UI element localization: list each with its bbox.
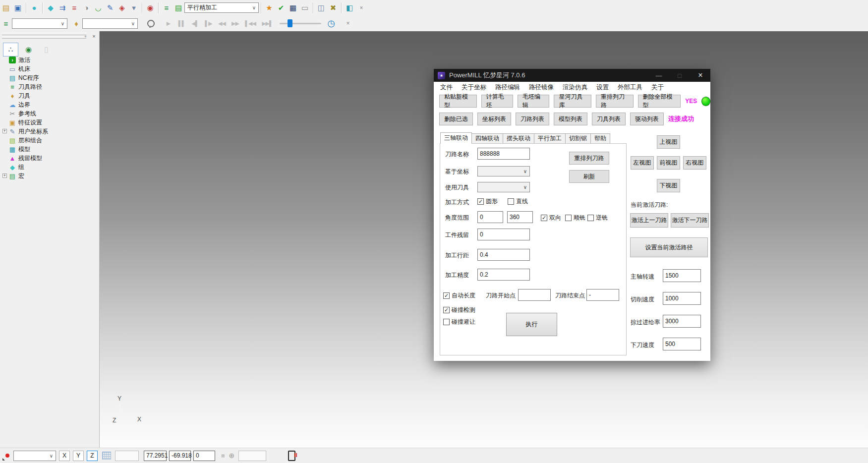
spindle-speed-input[interactable]: 1500 [663,269,701,282]
create-toolpath-icon[interactable]: ⇉ [57,2,68,14]
tool-library-button[interactable]: 星河刀具库 [554,95,591,108]
menu-path-mirror[interactable]: 路径镜像 [524,83,558,92]
delete-all-models-button[interactable]: 删除全部模型 [638,95,681,108]
boundary-icon[interactable]: ◡ [92,2,104,14]
wrench-pair-icon[interactable]: ◫ [315,2,327,14]
toolbar-close-icon[interactable]: × [355,2,367,14]
angle-to-input[interactable]: 360 [507,211,533,223]
block-edit-button[interactable]: 毛坯编辑 [518,95,549,108]
tree-item-reference-lines[interactable]: ✂ 参考线 [2,109,98,118]
tool-block-icon[interactable]: ▾ [128,2,140,14]
stepover-input[interactable]: 0.4 [477,249,530,261]
tree-item-models[interactable]: ▦ 模型 [2,145,98,154]
view-left-button[interactable]: 左视图 [631,156,654,170]
xyz-list-icon[interactable]: ≡ [221,452,225,460]
panel-gripper[interactable] [2,36,86,39]
tool-sphere-icon[interactable]: ◑ [80,2,92,14]
curve-editor-icon[interactable]: ✎ [104,2,116,14]
rearrange-button[interactable]: 重排列刀路 [569,152,609,165]
calc-block-button[interactable]: 计算毛坯 [481,95,513,108]
slider-thumb[interactable] [288,19,292,27]
toolpath-name-input[interactable]: 888888 [477,148,530,160]
save-icon[interactable]: ▣ [12,2,24,14]
pattern-icon[interactable]: ≡ [68,2,80,14]
go-to-end-button[interactable]: ▶▶▌ [259,17,276,29]
start-point-input[interactable] [518,289,551,301]
mode-line-checkbox[interactable]: 直线 [508,197,528,206]
minimize-button[interactable]: — [651,69,667,82]
grid-toggle-button[interactable] [101,451,113,461]
strategy-combobox[interactable]: 平行精加工 ∨ [184,2,259,13]
maximize-button[interactable]: □ [672,69,688,82]
tree-item-toolpaths[interactable]: ≡ 刀具路径 [2,82,98,91]
sim-toolpath-icon[interactable]: ≡ [0,17,12,29]
delete-selected-button[interactable]: 删除已选 [439,113,473,125]
activate-prev-toolpath-button[interactable]: 激活上一刀路 [630,213,668,228]
points-icon[interactable]: ◈ [116,2,128,14]
grid-size-field[interactable] [115,451,139,461]
expander-plus-icon[interactable]: + [2,129,7,133]
cutting-feed-input[interactable]: 1000 [663,292,701,305]
axis-x-button[interactable]: X [59,451,70,461]
clock-icon[interactable]: ◷ [325,17,337,29]
menu-file[interactable]: 文件 [436,83,457,92]
bidirectional-checkbox[interactable]: ✓ 双向 [541,214,561,222]
model-list-button[interactable]: 模型列表 [554,113,587,125]
pause-button[interactable]: ▌▌ [175,17,188,29]
sim-tool-icon[interactable]: ♦ [70,17,82,29]
explorer-globe-tab[interactable]: ◉ [21,43,36,57]
toolpath-list-icon[interactable]: ▤ [173,2,184,14]
tolerance-input[interactable]: 0.2 [477,269,530,281]
stock-remain-input[interactable]: 0 [477,229,530,240]
use-tool-combobox[interactable]: ∨ [477,182,530,192]
mode-circle-checkbox[interactable]: ✓ 圆形 [477,197,498,206]
tab-tilt-head[interactable]: 摆头联动 [503,133,534,144]
tree-item-activate[interactable]: › 激活 [2,56,98,64]
collision-avoid-checkbox[interactable]: 碰撞避让 [443,318,475,326]
axis-z-button[interactable]: Z [87,451,98,461]
menu-path-edit[interactable]: 路径编辑 [491,83,524,92]
tool-star-icon[interactable]: ★ [263,2,275,14]
tab-saw[interactable]: 切割锯 [566,133,591,144]
block-icon[interactable]: ◆ [45,2,57,14]
status-combobox[interactable]: ∨ [13,451,56,461]
tree-item-machine[interactable]: ▭ 机床 [2,64,98,73]
base-coord-combobox[interactable]: ∨ [477,166,530,176]
open-file-icon[interactable]: ▤ [0,2,12,14]
tree-item-feature-sets[interactable]: ▣ 特征设置 [2,118,98,127]
view-right-button[interactable]: 右视图 [683,156,706,170]
menu-settings[interactable]: 设置 [592,83,613,92]
plunge-feed-input[interactable]: 500 [663,338,701,350]
drive-list-button[interactable]: 驱动列表 [630,113,664,125]
tree-item-stock-models[interactable]: ▲ 残留模型 [2,154,98,163]
tab-3axis[interactable]: 三轴联动 [440,132,472,144]
step-forward-button[interactable]: ▌▶ [202,17,215,29]
tree-item-groups[interactable]: ◆ 组 [2,163,98,172]
rearrange-toolpaths-button[interactable]: 重排列刀路 [596,95,634,108]
menu-external-tools[interactable]: 外部工具 [613,83,647,92]
panel-float-icon[interactable]: ▫ [82,33,89,39]
sim-toolbar-close-icon[interactable]: × [342,17,354,29]
angle-from-input[interactable]: 0 [477,211,503,223]
close-button[interactable]: × [693,69,708,82]
dialog-titlebar[interactable]: ★ PowerMILL 忆梦星河 7.0.6 — □ × [434,69,710,82]
tab-parallel[interactable]: 平行加工 [534,133,566,144]
coord-list-button[interactable]: 坐标列表 [477,113,511,125]
panel-gripper[interactable] [2,33,86,35]
tool-holder-icon[interactable]: ◉ [144,2,156,14]
sim-speed-slider[interactable] [280,19,321,28]
record-button[interactable] [1,450,13,461]
measure-icon[interactable]: ▭ [299,2,311,14]
skim-feed-input[interactable]: 3000 [663,315,701,328]
go-to-start-button[interactable]: ▌◀◀ [242,17,259,29]
tree-item-macros[interactable]: + ▤ 宏 [2,172,98,180]
menu-about[interactable]: 关于 [647,83,668,92]
toolpath-spring-icon[interactable]: ≡ [161,2,173,14]
tree-item-levels-sets[interactable]: ▤ 层和组合 [2,136,98,145]
view-front-button[interactable]: 前视图 [657,156,680,170]
panel-close-icon[interactable]: × [91,33,97,39]
play-button[interactable]: ▶ [162,17,175,29]
tree-item-workplanes[interactable]: + ✎ 用户坐标系 [2,127,98,136]
sim-tool-combobox[interactable]: ∨ [82,18,138,29]
tab-4axis[interactable]: 四轴联动 [472,133,503,144]
